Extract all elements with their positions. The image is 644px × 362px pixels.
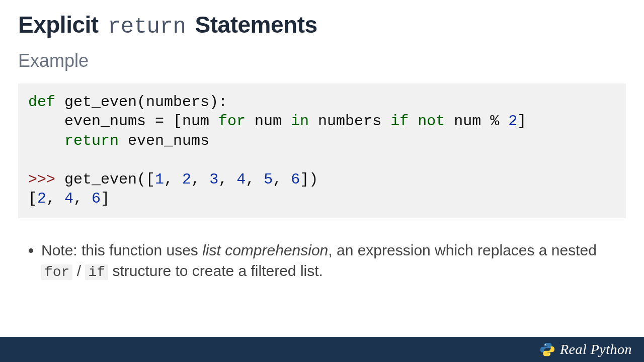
- code-text: ,: [273, 171, 291, 188]
- note-code-for: for: [41, 264, 72, 280]
- python-logo-icon: [540, 342, 555, 357]
- slide-content: Explicit return Statements Example def g…: [0, 0, 644, 282]
- code-text: ,: [164, 171, 182, 188]
- code-text: get_even(numbers):: [55, 94, 227, 111]
- code-text: num %: [445, 113, 508, 130]
- brand: Real Python: [540, 341, 632, 357]
- code-text: ,: [46, 190, 64, 207]
- note-text: structure to create a filtered list.: [108, 262, 323, 279]
- slide: Explicit return Statements Example def g…: [0, 0, 644, 362]
- note-code-if: if: [85, 264, 108, 280]
- code-text: ,: [218, 171, 236, 188]
- code-number: 2: [508, 113, 517, 130]
- code-repl-prompt: >>>: [28, 171, 55, 188]
- code-number: 6: [92, 190, 101, 207]
- code-text: ,: [246, 171, 264, 188]
- code-text: ,: [191, 171, 209, 188]
- code-text: ]): [300, 171, 318, 188]
- code-text: num: [246, 113, 291, 130]
- code-text: [: [28, 190, 37, 207]
- code-block: def get_even(numbers): even_nums = [num …: [18, 83, 626, 218]
- code-number: 4: [64, 190, 73, 207]
- title-post: Statements: [195, 12, 317, 38]
- note-text: , an expression which replaces a nested: [328, 242, 597, 258]
- code-text: even_nums: [119, 132, 209, 149]
- svg-point-0: [544, 344, 545, 345]
- code-number: 4: [236, 171, 246, 188]
- code-kw-if: if: [390, 113, 409, 130]
- note-text: Note: this function uses: [41, 242, 202, 258]
- code-number: 3: [209, 171, 218, 188]
- code-kw-def: def: [28, 94, 55, 111]
- svg-point-1: [549, 353, 550, 354]
- note-emphasis: list comprehension: [202, 242, 328, 258]
- title-keyword: return: [105, 14, 189, 39]
- code-text: numbers: [309, 113, 390, 130]
- code-kw-for: for: [218, 113, 246, 130]
- code-kw-return: return: [64, 132, 119, 149]
- code-text: ]: [101, 190, 110, 207]
- code-text: get_even([: [55, 171, 155, 188]
- code-number: 6: [291, 171, 300, 188]
- code-text: ,: [73, 190, 92, 207]
- slide-title: Explicit return Statements: [18, 11, 626, 39]
- code-text: even_nums = [num: [28, 113, 218, 130]
- note-item: Note: this function uses list comprehens…: [41, 240, 626, 282]
- footer-bar: Real Python: [0, 337, 644, 362]
- code-number: 5: [264, 171, 273, 188]
- slide-subtitle: Example: [18, 50, 626, 71]
- code-number: 2: [37, 190, 46, 207]
- code-number: 2: [182, 171, 191, 188]
- note-list: Note: this function uses list comprehens…: [41, 240, 626, 282]
- note-text: /: [72, 262, 85, 279]
- brand-text: Real Python: [560, 341, 632, 357]
- code-text: [28, 132, 64, 149]
- code-text: [409, 113, 418, 130]
- code-text: ]: [517, 113, 526, 130]
- code-kw-in: in: [291, 113, 309, 130]
- code-kw-not: not: [418, 113, 445, 130]
- code-number: 1: [155, 171, 164, 188]
- title-pre: Explicit: [18, 12, 99, 38]
